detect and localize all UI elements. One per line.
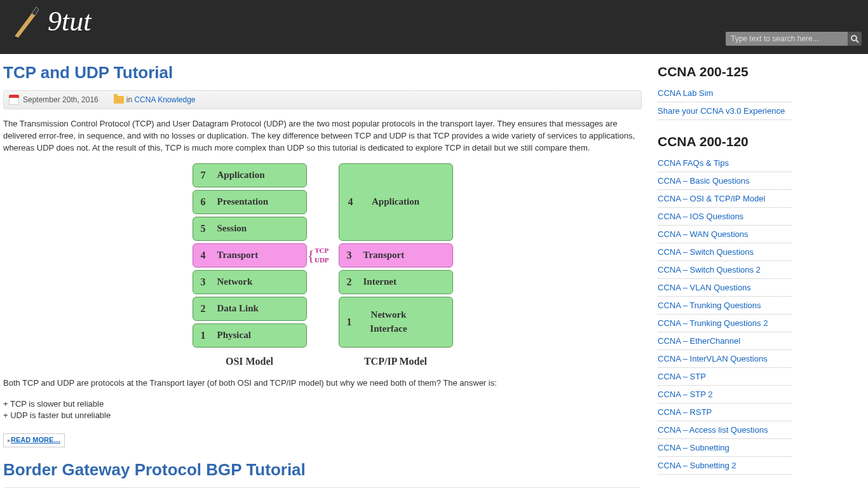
site-name: 9tut: [48, 5, 91, 37]
para2: Both TCP and UDP are protocols at the Tr…: [3, 377, 642, 390]
sidebar: CCNA 200-125 CCNA Lab Sim Share your CCN…: [648, 54, 798, 488]
osi-column: 7Application 6Presentation 5Session 4Tra…: [193, 163, 307, 369]
article-2: Border Gateway Protocol BGP Tutorial Aug…: [3, 460, 642, 488]
sidebar-link[interactable]: CCNA – Subnetting 2: [658, 461, 736, 470]
tcpip-layer-2: 2Internet: [339, 270, 453, 294]
article-title-link[interactable]: TCP and UDP Tutorial: [3, 63, 173, 82]
osi-layer-2: 2Data Link: [193, 297, 307, 321]
search-icon: [850, 34, 859, 43]
pen-icon: [10, 6, 41, 37]
article-meta: September 20th, 2016 in CCNA Knowledge: [3, 90, 642, 109]
sidebar-link[interactable]: CCNA – Switch Questions: [658, 247, 754, 257]
sidebar-section-title: CCNA 200-125: [658, 64, 792, 79]
container: TCP and UDP Tutorial September 20th, 201…: [0, 54, 868, 488]
sidebar-link[interactable]: CCNA – Basic Questions: [658, 176, 750, 186]
osi-layer-5: 5Session: [193, 217, 307, 241]
osi-tcpip-diagram: 7Application 6Presentation 5Session 4Tra…: [186, 163, 459, 369]
sidebar-link[interactable]: CCNA – Switch Questions 2: [658, 265, 761, 274]
sidebar-link[interactable]: CCNA – EtherChannel: [658, 336, 740, 346]
sidebar-item: CCNA – VLAN Questions: [658, 279, 792, 297]
sidebar-link[interactable]: CCNA – InterVLAN Questions: [658, 354, 768, 363]
tcpip-layer-1: 1Network Interface: [339, 297, 453, 348]
readmore-box: ▸READ MORE…: [3, 433, 65, 447]
readmore-link[interactable]: READ MORE…: [11, 436, 60, 444]
osi-layer-1: 1Physical: [193, 323, 307, 348]
sidebar-link[interactable]: CCNA – Trunking Questions: [658, 301, 761, 310]
sidebar-link[interactable]: CCNA – Trunking Questions 2: [658, 318, 768, 328]
osi-layer-7: 7Application: [193, 163, 307, 187]
bullets: + TCP is slower but reliable + UDP is fa…: [3, 398, 642, 423]
sidebar-section-title: CCNA 200-120: [658, 134, 792, 149]
sidebar-item: CCNA FAQs & Tips: [658, 154, 792, 172]
sidebar-item: CCNA – OSI & TCP/IP Model: [658, 190, 792, 208]
search-button[interactable]: [848, 32, 862, 46]
calendar-icon: [9, 95, 19, 105]
sidebar-item: CCNA – Trunking Questions: [658, 297, 792, 315]
intro-paragraph: The Transmission Control Protocol (TCP) …: [3, 118, 642, 154]
sidebar-item: CCNA – STP: [658, 368, 792, 386]
article-title: Border Gateway Protocol BGP Tutorial: [3, 460, 642, 480]
search-box: [726, 32, 862, 46]
sidebar-link[interactable]: CCNA FAQs & Tips: [658, 158, 729, 168]
sidebar-item: CCNA – Subnetting 2: [658, 457, 792, 475]
article-title: TCP and UDP Tutorial: [3, 63, 642, 83]
sidebar-item: CCNA – IOS Questions: [658, 208, 792, 226]
article-body: The Transmission Control Protocol (TCP) …: [3, 118, 642, 447]
tcpip-column: 4Application 3Transport 2Internet 1Netwo…: [339, 163, 453, 369]
sidebar-link[interactable]: CCNA – VLAN Questions: [658, 283, 751, 292]
sidebar-link[interactable]: CCNA – STP 2: [658, 390, 712, 399]
sidebar-item: CCNA – WAN Questions: [658, 226, 792, 243]
sidebar-link[interactable]: CCNA – STP: [658, 372, 706, 381]
folder-icon: [114, 96, 124, 104]
tcpip-layer-4: 4Application: [339, 163, 453, 241]
sidebar-item: Share your CCNA v3.0 Experience: [658, 102, 792, 120]
svg-line-1: [856, 40, 858, 43]
sidebar-item: CCNA – STP 2: [658, 386, 792, 403]
tcp-udp-badge: { TCP UDP: [304, 246, 332, 266]
sidebar-item: CCNA – RSTP: [658, 403, 792, 421]
sidebar-link[interactable]: Share your CCNA v3.0 Experience: [658, 106, 785, 116]
sidebar-link[interactable]: CCNA – WAN Questions: [658, 229, 749, 239]
osi-layer-3: 3Network: [193, 270, 307, 294]
sidebar-link[interactable]: CCNA – Subnetting: [658, 443, 729, 452]
in-label: in: [126, 95, 132, 104]
main-content: TCP and UDP Tutorial September 20th, 201…: [0, 54, 648, 488]
sidebar-item: CCNA – Access list Questions: [658, 421, 792, 439]
osi-layer-6: 6Presentation: [193, 190, 307, 214]
sidebar-list-2: CCNA FAQs & TipsCCNA – Basic QuestionsCC…: [658, 154, 792, 475]
article-date: September 20th, 2016: [23, 95, 98, 104]
osi-layer-4: 4Transport: [193, 243, 307, 268]
sidebar-item: CCNA – InterVLAN Questions: [658, 350, 792, 368]
sidebar-item: CCNA – Basic Questions: [658, 172, 792, 190]
sidebar-link[interactable]: CCNA – RSTP: [658, 407, 712, 417]
tcpip-layer-3: 3Transport: [339, 243, 453, 268]
sidebar-item: CCNA – Switch Questions 2: [658, 261, 792, 279]
article-category-link[interactable]: CCNA Knowledge: [134, 95, 195, 104]
tcpip-model-label: TCP/IP Model: [339, 354, 453, 369]
svg-point-0: [851, 36, 857, 41]
sidebar-item: CCNA – Switch Questions: [658, 243, 792, 261]
osi-model-label: OSI Model: [193, 354, 307, 369]
sidebar-link[interactable]: CCNA – Access list Questions: [658, 425, 768, 435]
sidebar-item: CCNA – Trunking Questions 2: [658, 315, 792, 332]
sidebar-item: CCNA Lab Sim: [658, 85, 792, 102]
sidebar-link[interactable]: CCNA – OSI & TCP/IP Model: [658, 194, 765, 203]
sidebar-list-1: CCNA Lab Sim Share your CCNA v3.0 Experi…: [658, 85, 792, 120]
sidebar-item: CCNA – EtherChannel: [658, 332, 792, 350]
sidebar-link[interactable]: CCNA – IOS Questions: [658, 212, 743, 221]
sidebar-link[interactable]: CCNA Lab Sim: [658, 88, 713, 98]
article-title-link[interactable]: Border Gateway Protocol BGP Tutorial: [3, 460, 306, 479]
header: 9tut: [0, 0, 868, 54]
sidebar-item: CCNA – Subnetting: [658, 439, 792, 457]
site-logo[interactable]: 9tut: [10, 5, 91, 37]
search-input[interactable]: [726, 32, 848, 46]
